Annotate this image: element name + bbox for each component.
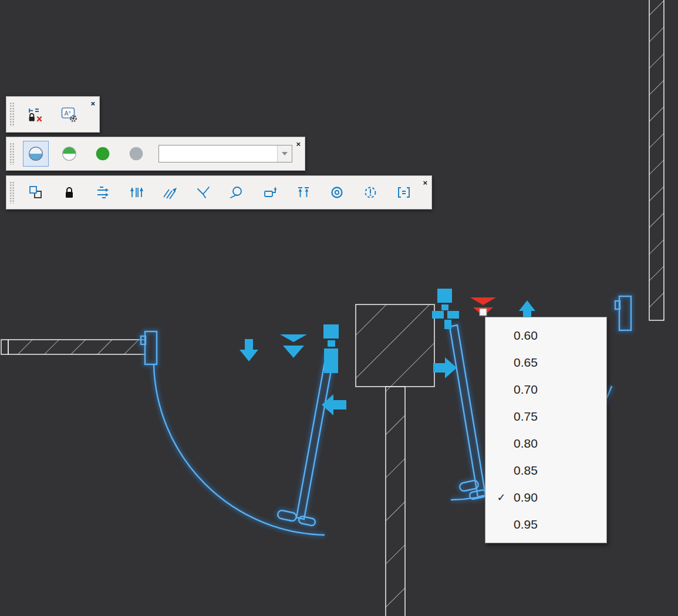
- y-junction-icon: [195, 185, 211, 200]
- half-shaded-circle-blue-button[interactable]: [23, 141, 49, 167]
- dropdown-option[interactable]: 0.70: [485, 376, 606, 403]
- flip-arrow-up[interactable]: [519, 300, 535, 319]
- dropdown-option-label: 0.70: [514, 383, 538, 397]
- svg-text:A°: A°: [65, 110, 71, 117]
- rectangle-arrow-icon: [262, 185, 278, 200]
- dropdown-option-label: 0.90: [514, 490, 538, 505]
- left-wall-end-cap[interactable]: [1, 340, 8, 354]
- close-icon[interactable]: ×: [296, 140, 301, 148]
- circle-tangent-button[interactable]: [224, 180, 249, 205]
- value-dropdown: 0.60 0.65 0.70 0.75 0.80 0.85 ✓ 0.90 0.9: [485, 317, 607, 543]
- value-combobox[interactable]: [158, 145, 292, 163]
- align-top-arrows-icon: [296, 185, 311, 200]
- half-shaded-circle-blue-icon: [28, 145, 44, 162]
- dropdown-option-label: 0.65: [514, 356, 538, 370]
- dropdown-option[interactable]: 0.80: [485, 430, 606, 457]
- solid-circle-gray-button[interactable]: [123, 141, 149, 167]
- dropdown-option[interactable]: 0.60: [485, 322, 606, 349]
- solid-circle-green-button[interactable]: [90, 141, 116, 167]
- solid-circle-green-icon: [95, 145, 111, 162]
- dropdown-option-label: 0.75: [514, 409, 538, 424]
- tag-settings-button[interactable]: A°: [56, 101, 82, 127]
- parallel-lines-arrow-button[interactable]: [157, 180, 183, 205]
- toolbar-pin: A° ×: [6, 96, 100, 133]
- cad-viewport: A° ×: [0, 0, 678, 616]
- dropdown-option[interactable]: 0.85: [485, 457, 606, 484]
- equal-brackets-icon: [396, 185, 411, 200]
- pin-lock-icon: [27, 106, 45, 123]
- vertical-arrows-bars-button[interactable]: [123, 180, 149, 205]
- pin-lock-button[interactable]: [23, 101, 49, 127]
- dropdown-option[interactable]: 0.95: [485, 511, 606, 538]
- toolbar-constraints: ×: [6, 175, 432, 209]
- lower-wall[interactable]: [386, 387, 405, 616]
- lock-icon: [62, 185, 77, 200]
- vertical-arrows-bars-icon: [129, 185, 144, 200]
- lock-button[interactable]: [56, 180, 82, 205]
- circle-tangent-icon: [229, 185, 244, 200]
- dashed-circle-marker-button[interactable]: [357, 180, 383, 205]
- left-door-handles[interactable]: [323, 324, 339, 373]
- align-top-arrows-button[interactable]: [291, 180, 316, 205]
- right-wall[interactable]: [649, 0, 664, 320]
- toolbar-drag-handle[interactable]: [9, 102, 15, 127]
- equal-brackets-button[interactable]: [391, 180, 417, 205]
- right-door-handles[interactable]: [432, 289, 459, 329]
- close-icon[interactable]: ×: [90, 100, 95, 107]
- overlapping-squares-icon: [28, 185, 43, 200]
- y-junction-button[interactable]: [190, 180, 216, 205]
- close-icon[interactable]: ×: [423, 179, 427, 187]
- center-column[interactable]: [356, 304, 434, 387]
- solid-circle-gray-icon: [128, 145, 144, 162]
- overlapping-squares-button[interactable]: [23, 180, 49, 205]
- combobox-input[interactable]: [159, 145, 277, 162]
- flip-control-left[interactable]: [280, 334, 307, 358]
- flip-control-active-red[interactable]: [470, 297, 496, 316]
- dropdown-option-selected[interactable]: ✓ 0.90: [485, 484, 606, 511]
- dropdown-option-label: 0.95: [514, 517, 538, 532]
- tag-settings-icon: A°: [60, 106, 78, 123]
- check-icon: ✓: [485, 491, 514, 504]
- dropdown-option-label: 0.60: [514, 329, 538, 343]
- dropdown-option-label: 0.85: [514, 463, 538, 478]
- concentric-circles-icon: [329, 185, 345, 200]
- toolbar-drag-handle[interactable]: [9, 181, 15, 204]
- toolbar-display: ×: [6, 137, 305, 171]
- dropdown-option[interactable]: 0.75: [485, 403, 606, 430]
- concentric-circles-button[interactable]: [324, 180, 350, 205]
- half-shaded-circle-green-button[interactable]: [56, 141, 82, 167]
- dropdown-option-label: 0.80: [514, 436, 538, 451]
- toolbar-drag-handle[interactable]: [9, 143, 15, 165]
- flip-arrow-down[interactable]: [240, 339, 258, 361]
- parallel-lines-arrow-icon: [162, 185, 177, 200]
- dropdown-option[interactable]: 0.65: [485, 349, 606, 376]
- left-door[interactable]: [141, 331, 333, 535]
- match-arrows-button[interactable]: [90, 180, 116, 205]
- dashed-circle-marker-icon: [363, 185, 378, 200]
- left-wall[interactable]: [8, 340, 145, 354]
- half-shaded-circle-green-icon: [61, 145, 77, 162]
- rectangle-arrow-button[interactable]: [257, 180, 283, 205]
- chevron-down-icon[interactable]: [277, 145, 292, 162]
- match-arrows-icon: [95, 185, 110, 200]
